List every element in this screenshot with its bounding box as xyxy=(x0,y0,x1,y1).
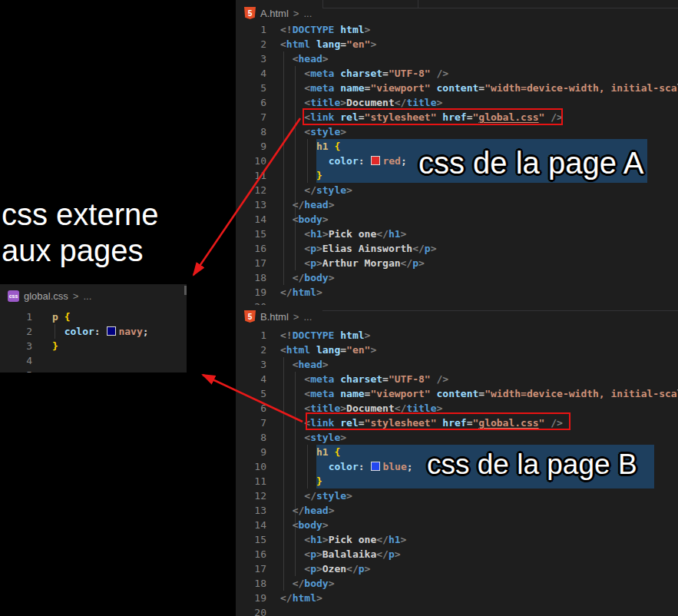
breadcrumb-more[interactable]: ... xyxy=(303,311,312,323)
line-number[interactable]: 9 xyxy=(236,445,266,459)
line-number[interactable]: 19 xyxy=(236,285,266,300)
line-number[interactable]: 13 xyxy=(236,503,266,518)
line-number[interactable]: 12 xyxy=(236,488,266,503)
line-number[interactable]: 1 xyxy=(236,328,266,343)
code-line[interactable]: 5 <meta name="viewport" content="width=d… xyxy=(236,81,678,95)
code-line[interactable]: 14 <body> xyxy=(236,212,678,227)
code-line[interactable]: 17 <p>Ozen</p> xyxy=(236,561,678,576)
code-text: <head> xyxy=(280,53,329,65)
color-swatch-blue[interactable] xyxy=(371,462,380,471)
code-line[interactable]: 20 xyxy=(236,605,678,616)
code-token: { xyxy=(334,446,340,458)
color-swatch-navy[interactable] xyxy=(107,326,116,336)
line-number[interactable]: 3 xyxy=(236,357,266,372)
code-line[interactable]: 3} xyxy=(0,339,187,353)
code-line[interactable]: 3 <head> xyxy=(236,51,678,66)
line-number[interactable]: 1 xyxy=(236,22,266,37)
line-number[interactable]: 13 xyxy=(236,197,266,212)
line-number[interactable]: 6 xyxy=(236,401,266,416)
line-number[interactable]: 5 xyxy=(236,81,266,95)
code-line[interactable]: 15 <h1>Pick one</h1> xyxy=(236,227,678,241)
code-token: : xyxy=(359,461,371,472)
code-line[interactable]: 4 xyxy=(0,353,187,368)
code-line[interactable]: 4 <meta charset="UTF-8" /> xyxy=(236,66,678,81)
code-line[interactable]: 2<html lang="en"> xyxy=(236,343,678,357)
code-line[interactable]: 1p { xyxy=(0,310,187,324)
line-number[interactable]: 16 xyxy=(236,241,266,256)
breadcrumb-more[interactable]: ... xyxy=(83,290,91,302)
line-number[interactable]: 2 xyxy=(236,343,266,357)
line-number[interactable]: 4 xyxy=(0,353,32,368)
code-line[interactable]: 1<!DOCTYPE html> xyxy=(236,328,678,343)
line-number[interactable]: 8 xyxy=(236,430,266,445)
code-line[interactable]: 12 </style> xyxy=(236,488,678,503)
line-number[interactable]: 18 xyxy=(236,576,266,591)
code-line[interactable]: 4 <meta charset="UTF-8" /> xyxy=(236,372,678,386)
line-number[interactable]: 3 xyxy=(0,339,32,353)
breadcrumb-file-b[interactable]: B.html xyxy=(260,311,289,323)
code-token xyxy=(280,359,293,370)
code-line[interactable]: 5 <meta name="viewport" content="width=d… xyxy=(236,386,678,401)
code-token: > xyxy=(329,505,335,516)
line-number[interactable]: 6 xyxy=(236,95,266,110)
code-line[interactable]: 18 </body> xyxy=(236,576,678,591)
breadcrumb-file-a[interactable]: A.html xyxy=(260,8,289,19)
scrollbar[interactable] xyxy=(184,286,187,295)
line-number[interactable]: 5 xyxy=(236,386,266,401)
line-number[interactable]: 11 xyxy=(236,474,266,488)
line-number[interactable]: 17 xyxy=(236,256,266,270)
line-number[interactable]: 20 xyxy=(236,300,266,305)
code-text: <html lang="en"> xyxy=(280,344,376,356)
line-number[interactable]: 9 xyxy=(236,139,266,154)
line-number[interactable]: 7 xyxy=(236,110,266,124)
line-number[interactable]: 20 xyxy=(236,605,266,616)
code-line[interactable]: 13 </head> xyxy=(236,197,678,212)
line-number[interactable]: 10 xyxy=(236,154,266,168)
code-token: > xyxy=(322,228,329,240)
code-line[interactable]: 5 xyxy=(0,368,187,373)
breadcrumb-more[interactable]: ... xyxy=(303,8,312,19)
line-number[interactable]: 2 xyxy=(0,324,32,339)
line-number[interactable]: 14 xyxy=(236,518,266,532)
line-number[interactable]: 15 xyxy=(236,227,266,241)
code-line[interactable]: 2<html lang="en"> xyxy=(236,37,678,51)
line-number[interactable]: 12 xyxy=(236,183,266,197)
line-number[interactable]: 7 xyxy=(236,416,266,430)
code-token xyxy=(52,326,64,337)
code-line[interactable]: 19</html> xyxy=(236,591,678,605)
code-line[interactable]: 13 </head> xyxy=(236,503,678,518)
color-swatch-red[interactable] xyxy=(371,156,380,165)
code-line[interactable]: 19</html> xyxy=(236,285,678,300)
line-number[interactable]: 11 xyxy=(236,168,266,183)
code-line[interactable]: 3 <head> xyxy=(236,357,678,372)
code-line[interactable]: 2 color: navy; xyxy=(0,324,187,339)
line-number[interactable]: 1 xyxy=(0,310,32,324)
code-line[interactable]: 16 <p>Balalaika</p> xyxy=(236,547,678,561)
line-number[interactable]: 10 xyxy=(236,459,266,474)
code-line[interactable]: 8 <style> xyxy=(236,430,678,445)
code-line[interactable]: 12 </style> xyxy=(236,183,678,197)
code-line[interactable]: 16 <p>Elias Ainsworth</p> xyxy=(236,241,678,256)
line-number[interactable]: 8 xyxy=(236,124,266,139)
code-line[interactable]: 1<!DOCTYPE html> xyxy=(236,22,678,37)
code-line[interactable]: 8 <style> xyxy=(236,124,678,139)
line-number[interactable]: 2 xyxy=(236,37,266,51)
line-number[interactable]: 17 xyxy=(236,561,266,576)
code-line[interactable]: 20 xyxy=(236,300,678,305)
line-number[interactable]: 19 xyxy=(236,591,266,605)
line-number[interactable]: 14 xyxy=(236,212,266,227)
line-number[interactable]: 3 xyxy=(236,51,266,66)
code-token: < xyxy=(280,344,286,356)
line-number[interactable]: 16 xyxy=(236,547,266,561)
breadcrumb-file-globalcss[interactable]: global.css xyxy=(24,290,68,302)
code-text: } xyxy=(280,170,322,181)
code-line[interactable]: 18 </body> xyxy=(236,270,678,285)
line-number[interactable]: 5 xyxy=(0,368,32,373)
line-number[interactable]: 4 xyxy=(236,66,266,81)
line-number[interactable]: 18 xyxy=(236,270,266,285)
line-number[interactable]: 4 xyxy=(236,372,266,386)
code-line[interactable]: 17 <p>Arthur Morgan</p> xyxy=(236,256,678,270)
line-number[interactable]: 15 xyxy=(236,532,266,547)
code-line[interactable]: 14 <body> xyxy=(236,518,678,532)
code-line[interactable]: 15 <h1>Pick one</h1> xyxy=(236,532,678,547)
